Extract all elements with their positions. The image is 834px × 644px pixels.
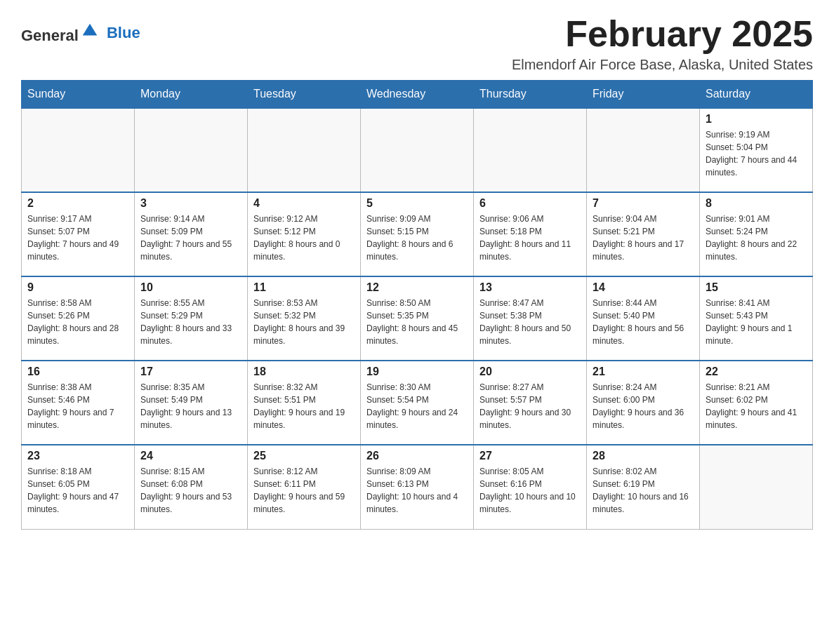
- day-of-week-header: Thursday: [474, 81, 587, 109]
- calendar-cell: 25Sunrise: 8:12 AM Sunset: 6:11 PM Dayli…: [248, 445, 361, 529]
- calendar-cell: 7Sunrise: 9:04 AM Sunset: 5:21 PM Daylig…: [587, 192, 700, 276]
- day-info: Sunrise: 8:12 AM Sunset: 6:11 PM Dayligh…: [253, 465, 355, 516]
- day-info: Sunrise: 8:02 AM Sunset: 6:19 PM Dayligh…: [593, 465, 694, 516]
- calendar-week-row: 2Sunrise: 9:17 AM Sunset: 5:07 PM Daylig…: [22, 192, 813, 276]
- day-info: Sunrise: 8:30 AM Sunset: 5:54 PM Dayligh…: [366, 381, 468, 431]
- calendar-cell: 26Sunrise: 8:09 AM Sunset: 6:13 PM Dayli…: [361, 445, 474, 529]
- day-info: Sunrise: 8:27 AM Sunset: 5:57 PM Dayligh…: [479, 381, 581, 431]
- day-number: 12: [366, 281, 468, 294]
- calendar-cell: 21Sunrise: 8:24 AM Sunset: 6:00 PM Dayli…: [587, 361, 700, 445]
- day-number: 7: [593, 197, 694, 210]
- day-number: 5: [366, 197, 468, 210]
- calendar-cell: 11Sunrise: 8:53 AM Sunset: 5:32 PM Dayli…: [248, 276, 361, 361]
- day-info: Sunrise: 9:17 AM Sunset: 5:07 PM Dayligh…: [27, 213, 128, 263]
- day-number: 8: [706, 197, 807, 210]
- day-number: 2: [27, 197, 128, 210]
- month-title: February 2025: [512, 14, 813, 54]
- calendar-week-row: 23Sunrise: 8:18 AM Sunset: 6:05 PM Dayli…: [22, 445, 813, 529]
- day-info: Sunrise: 9:12 AM Sunset: 5:12 PM Dayligh…: [253, 213, 355, 263]
- day-number: 21: [593, 365, 694, 378]
- calendar-cell: 5Sunrise: 9:09 AM Sunset: 5:15 PM Daylig…: [361, 192, 474, 276]
- day-number: 17: [140, 365, 241, 378]
- calendar-week-row: 9Sunrise: 8:58 AM Sunset: 5:26 PM Daylig…: [22, 276, 813, 361]
- day-info: Sunrise: 8:05 AM Sunset: 6:16 PM Dayligh…: [479, 465, 581, 516]
- day-number: 1: [706, 113, 807, 126]
- day-of-week-header: Monday: [135, 81, 248, 109]
- day-number: 28: [593, 450, 694, 462]
- calendar-cell: 19Sunrise: 8:30 AM Sunset: 5:54 PM Dayli…: [361, 361, 474, 445]
- calendar-cell: 8Sunrise: 9:01 AM Sunset: 5:24 PM Daylig…: [700, 192, 813, 276]
- calendar-cell: 2Sunrise: 9:17 AM Sunset: 5:07 PM Daylig…: [22, 192, 135, 276]
- calendar-cell: 17Sunrise: 8:35 AM Sunset: 5:49 PM Dayli…: [135, 361, 248, 445]
- svg-marker-0: [83, 24, 98, 36]
- day-number: 15: [706, 281, 807, 294]
- day-number: 27: [479, 450, 581, 462]
- calendar-cell: 12Sunrise: 8:50 AM Sunset: 5:35 PM Dayli…: [361, 276, 474, 361]
- day-number: 16: [27, 365, 128, 378]
- day-info: Sunrise: 8:44 AM Sunset: 5:40 PM Dayligh…: [593, 297, 694, 347]
- day-number: 20: [479, 365, 581, 378]
- calendar-cell: 23Sunrise: 8:18 AM Sunset: 6:05 PM Dayli…: [22, 445, 135, 529]
- calendar-week-row: 16Sunrise: 8:38 AM Sunset: 5:46 PM Dayli…: [22, 361, 813, 445]
- day-number: 24: [140, 450, 241, 462]
- day-info: Sunrise: 8:24 AM Sunset: 6:00 PM Dayligh…: [593, 381, 694, 431]
- day-number: 11: [253, 281, 355, 294]
- day-number: 9: [27, 281, 128, 294]
- calendar-cell: 9Sunrise: 8:58 AM Sunset: 5:26 PM Daylig…: [22, 276, 135, 361]
- day-info: Sunrise: 8:41 AM Sunset: 5:43 PM Dayligh…: [706, 297, 807, 347]
- calendar-cell: 14Sunrise: 8:44 AM Sunset: 5:40 PM Dayli…: [587, 276, 700, 361]
- day-number: 4: [253, 197, 355, 210]
- calendar-cell: 13Sunrise: 8:47 AM Sunset: 5:38 PM Dayli…: [474, 276, 587, 361]
- location-title: Elmendorf Air Force Base, Alaska, United…: [512, 57, 813, 73]
- calendar-cell: 4Sunrise: 9:12 AM Sunset: 5:12 PM Daylig…: [248, 192, 361, 276]
- calendar-cell: [587, 108, 700, 192]
- calendar-cell: 18Sunrise: 8:32 AM Sunset: 5:51 PM Dayli…: [248, 361, 361, 445]
- calendar-cell: 6Sunrise: 9:06 AM Sunset: 5:18 PM Daylig…: [474, 192, 587, 276]
- calendar-cell: [248, 108, 361, 192]
- day-of-week-header: Tuesday: [248, 81, 361, 109]
- logo-general: General: [21, 27, 79, 44]
- day-number: 6: [479, 197, 581, 210]
- calendar-cell: 24Sunrise: 8:15 AM Sunset: 6:08 PM Dayli…: [135, 445, 248, 529]
- day-info: Sunrise: 8:55 AM Sunset: 5:29 PM Dayligh…: [140, 297, 241, 347]
- day-info: Sunrise: 9:04 AM Sunset: 5:21 PM Dayligh…: [593, 213, 694, 263]
- day-info: Sunrise: 8:38 AM Sunset: 5:46 PM Dayligh…: [27, 381, 128, 431]
- day-of-week-header: Saturday: [700, 81, 813, 109]
- logo-icon: [80, 21, 100, 41]
- day-info: Sunrise: 8:32 AM Sunset: 5:51 PM Dayligh…: [253, 381, 355, 431]
- day-number: 10: [140, 281, 241, 294]
- calendar-cell: 10Sunrise: 8:55 AM Sunset: 5:29 PM Dayli…: [135, 276, 248, 361]
- calendar-cell: [474, 108, 587, 192]
- day-info: Sunrise: 8:50 AM Sunset: 5:35 PM Dayligh…: [366, 297, 468, 347]
- day-info: Sunrise: 8:21 AM Sunset: 6:02 PM Dayligh…: [706, 381, 807, 431]
- calendar-cell: 27Sunrise: 8:05 AM Sunset: 6:16 PM Dayli…: [474, 445, 587, 529]
- page-header: General Blue February 2025 Elmendorf Air…: [21, 14, 813, 73]
- calendar-cell: [700, 445, 813, 529]
- calendar-cell: 16Sunrise: 8:38 AM Sunset: 5:46 PM Dayli…: [22, 361, 135, 445]
- title-section: February 2025 Elmendorf Air Force Base, …: [512, 14, 813, 73]
- logo-blue: Blue: [107, 24, 140, 42]
- day-number: 18: [253, 365, 355, 378]
- day-info: Sunrise: 8:15 AM Sunset: 6:08 PM Dayligh…: [140, 465, 241, 516]
- day-info: Sunrise: 9:06 AM Sunset: 5:18 PM Dayligh…: [479, 213, 581, 263]
- calendar-cell: [135, 108, 248, 192]
- calendar-cell: 15Sunrise: 8:41 AM Sunset: 5:43 PM Dayli…: [700, 276, 813, 361]
- calendar-cell: 3Sunrise: 9:14 AM Sunset: 5:09 PM Daylig…: [135, 192, 248, 276]
- logo: General Blue: [21, 21, 140, 45]
- day-of-week-header: Sunday: [22, 81, 135, 109]
- day-info: Sunrise: 9:09 AM Sunset: 5:15 PM Dayligh…: [366, 213, 468, 263]
- day-info: Sunrise: 8:53 AM Sunset: 5:32 PM Dayligh…: [253, 297, 355, 347]
- day-number: 22: [706, 365, 807, 378]
- calendar-cell: 22Sunrise: 8:21 AM Sunset: 6:02 PM Dayli…: [700, 361, 813, 445]
- day-number: 25: [253, 450, 355, 462]
- day-number: 26: [366, 450, 468, 462]
- calendar-cell: 1Sunrise: 9:19 AM Sunset: 5:04 PM Daylig…: [700, 108, 813, 192]
- day-number: 19: [366, 365, 468, 378]
- day-info: Sunrise: 9:19 AM Sunset: 5:04 PM Dayligh…: [706, 128, 807, 179]
- day-info: Sunrise: 9:14 AM Sunset: 5:09 PM Dayligh…: [140, 213, 241, 263]
- day-info: Sunrise: 8:47 AM Sunset: 5:38 PM Dayligh…: [479, 297, 581, 347]
- calendar-cell: 28Sunrise: 8:02 AM Sunset: 6:19 PM Dayli…: [587, 445, 700, 529]
- day-number: 3: [140, 197, 241, 210]
- calendar-table: SundayMondayTuesdayWednesdayThursdayFrid…: [21, 80, 813, 530]
- calendar-cell: [22, 108, 135, 192]
